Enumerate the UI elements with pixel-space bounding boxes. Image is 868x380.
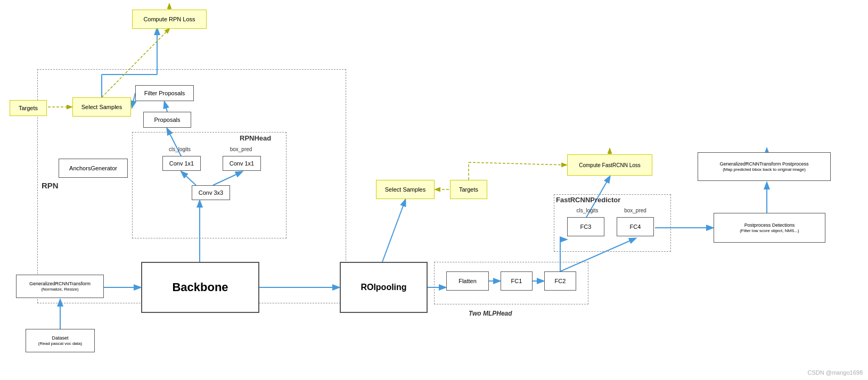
watermark: CSDN @mango1698 (808, 369, 863, 376)
cls-logits-rpn-label: cls_logits (160, 146, 200, 152)
compute-fastrcnn-loss-box: Compute FastRCNN Loss (567, 154, 652, 176)
backbone-label: Backbone (172, 280, 228, 294)
fc2-box: FC2 (544, 271, 576, 291)
generalized-transform-box: GeneralizedRCNNTransform(Normalize, Resi… (16, 275, 104, 298)
targets-right-label: Targets (459, 186, 478, 193)
dataset-label: Dataset(Read pascal voc data) (38, 335, 82, 346)
conv1x1-box-label: Conv 1x1 (230, 160, 254, 167)
rpnhead-label: RPNHead (240, 134, 271, 142)
conv3x3-box: Conv 3x3 (192, 185, 230, 200)
select-samples2-box: Select Samples (376, 180, 435, 199)
anchors-generator-label: AnchorsGenerator (69, 165, 117, 171)
filter-proposals-box: Filter Proposals (135, 85, 194, 101)
conv1x1-box-box: Conv 1x1 (223, 156, 261, 171)
generalized-transform-label: GeneralizedRCNNTransform(Normalize, Resi… (29, 281, 91, 292)
postprocess-detections-label: Postprocess Detections(Filter low score … (740, 222, 799, 233)
roipooling-box: ROIpooling (340, 262, 428, 313)
targets-right-box: Targets (450, 180, 487, 199)
targets-left-label: Targets (19, 105, 38, 111)
roipooling-label: ROIpooling (361, 283, 406, 292)
box-pred-rpn-label: box_pred (221, 146, 261, 152)
compute-rpn-loss-label: Compute RPN Loss (143, 16, 195, 22)
flatten-label: Flatten (458, 278, 477, 284)
fc2-label: FC2 (555, 278, 566, 284)
fc3-label: FC3 (580, 224, 592, 230)
compute-rpn-loss-box: Compute RPN Loss (132, 10, 207, 29)
select-samples-label: Select Samples (81, 104, 122, 110)
postprocess-detections-box: Postprocess Detections(Filter low score … (714, 213, 825, 243)
rpn-label: RPN (42, 181, 59, 190)
fastrcnn-predictor-label: FastRCNNPredictor (556, 196, 620, 204)
select-samples2-label: Select Samples (385, 186, 425, 193)
conv3x3-label: Conv 3x3 (199, 189, 223, 196)
fc4-label: FC4 (630, 224, 641, 230)
fc4-box: FC4 (617, 217, 654, 236)
diagram-container: RPN RPNHead FastRCNNPredictor Two MLPHea… (0, 0, 868, 380)
backbone-box: Backbone (141, 262, 259, 313)
fc1-box: FC1 (501, 271, 533, 291)
fc3-box: FC3 (567, 217, 604, 236)
select-samples-box: Select Samples (72, 97, 131, 117)
svg-line-15 (382, 200, 405, 262)
flatten-box: Flatten (446, 271, 489, 291)
proposals-box: Proposals (143, 112, 191, 128)
generalized-postprocess-label: GeneralizedRCNNTransform Postprocess(Map… (719, 161, 808, 172)
conv1x1-cls-label: Conv 1x1 (169, 160, 194, 167)
svg-line-25 (469, 162, 566, 165)
cls-logits-fast-label-text: cls_logits (569, 208, 606, 213)
generalized-postprocess-box: GeneralizedRCNNTransform Postprocess(Map… (698, 152, 831, 181)
two-mlphead-label: Two MLPHead (469, 310, 512, 317)
conv1x1-cls-box: Conv 1x1 (162, 156, 201, 171)
anchors-generator-box: AnchorsGenerator (59, 159, 128, 178)
fc1-label: FC1 (511, 278, 522, 284)
proposals-label: Proposals (154, 117, 181, 123)
dataset-box: Dataset(Read pascal voc data) (26, 329, 95, 352)
targets-left-box: Targets (10, 100, 47, 116)
filter-proposals-label: Filter Proposals (144, 90, 185, 96)
box-pred-fast-label-text: box_pred (617, 208, 654, 213)
compute-fastrcnn-loss-label: Compute FastRCNN Loss (579, 162, 641, 168)
